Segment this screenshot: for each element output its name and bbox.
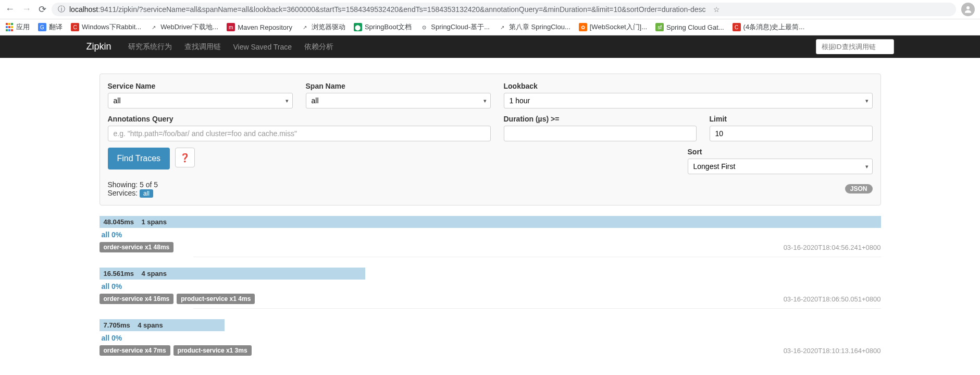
bookmark-label: SpringCloud-基于... [431,22,490,32]
svg-point-0 [966,6,970,9]
trace-divider [193,308,881,309]
trace-timestamp: 03-16-2020T18:06:50.051+0800 [784,295,881,303]
site-info-icon[interactable]: ⓘ [58,5,65,14]
bookmark-translate[interactable]: G翻译 [38,22,63,32]
bookmark-icon: ⬤ [354,23,362,31]
question-icon: ❓ [180,153,190,163]
duration-label: Duration (µs) >= [504,115,697,123]
trace-divider [193,257,881,257]
trace-row[interactable]: 48.045ms 1 spansall 0%order-service x1 4… [100,216,881,252]
reload-button[interactable]: ⟳ [39,4,46,15]
duration-input[interactable] [504,126,697,141]
limit-label: Limit [710,115,873,123]
back-button[interactable]: ← [5,4,15,15]
trace-service-pct: all 0% [100,229,881,242]
annotations-input[interactable] [108,126,491,141]
nav-dependencies[interactable]: 依赖分析 [298,42,340,52]
lookback-label: Lookback [504,82,873,90]
bookmark-browserdriver[interactable]: ↗浏览器驱动 [301,22,345,32]
bookmark-icon: ⊙ [420,23,428,31]
bookmark-icon: m [227,23,235,31]
help-button[interactable]: ❓ [175,148,195,167]
nav-find-traces[interactable]: 查找调用链 [178,42,227,52]
service-name-label: Service Name [108,82,293,90]
bookmark-springcloud[interactable]: ⊙SpringCloud-基于... [420,22,490,32]
nav-saved-trace[interactable]: View Saved Trace [227,43,299,51]
bookmark-icon: sf [655,23,664,31]
limit-input[interactable] [710,126,873,141]
bookmark-icon: ↗ [498,23,506,31]
trace-duration-bar: 16.561ms 4 spans [100,268,365,280]
sort-select[interactable] [688,159,873,174]
bookmark-springgateway[interactable]: sfSpring Cloud Gat... [655,23,724,31]
bookmark-websocket[interactable]: ✿[WebSocket入门]... [579,22,647,32]
bookmark-label: 应用 [16,22,30,32]
trace-service-tag: order-service x4 7ms [100,345,170,356]
brand-logo: Zipkin [86,41,111,52]
bookmark-label: 第八章 SpringClou... [509,22,570,32]
trace-tags: order-service x4 7msproduct-service x1 3… [100,345,252,356]
bookmark-icon: ↗ [301,23,309,31]
bookmark-maven[interactable]: mMaven Repository [227,23,292,31]
trace-service-tag: product-service x1 4ms [177,294,255,304]
bookmark-rabbit[interactable]: CWindows下Rabbit... [71,22,141,32]
search-panel: Service Name Span Name Lookback Annotati… [100,74,881,205]
trace-service-tag: order-service x1 48ms [100,242,174,252]
trace-row[interactable]: 7.705ms 4 spansall 0%order-service x4 7m… [100,319,881,356]
trace-timestamp: 03-16-2020T18:04:56.241+0800 [784,244,881,251]
trace-service-pct: all 0% [100,281,881,294]
service-name-select[interactable] [108,93,293,108]
trace-id-search-input[interactable] [816,39,894,54]
bookmark-webdriver[interactable]: ↗WebDriver下载地... [150,22,218,32]
trace-tags: order-service x4 16msproduct-service x1 … [100,294,255,304]
bookmark-icon: C [71,23,79,31]
bookmark-chapter8[interactable]: ↗第八章 SpringClou... [498,22,570,32]
profile-avatar-icon[interactable] [961,3,975,16]
showing-count: Showing: 5 of 5 [108,180,158,189]
app-navbar: Zipkin 研究系统行为 查找调用链 View Saved Trace 依赖分… [0,35,980,58]
bookmark-label: Windows下Rabbit... [82,22,141,32]
apps-icon [5,23,14,31]
bookmark-springboot[interactable]: ⬤SpringBoot文档 [354,22,412,32]
find-traces-button[interactable]: Find Traces [108,148,170,170]
trace-duration-bar: 7.705ms 4 spans [100,319,225,331]
bookmark-label: 浏览器驱动 [312,22,345,32]
main-content: Service Name Span Name Lookback Annotati… [47,58,933,371]
trace-service-tag: product-service x1 3ms [173,345,252,356]
nav-study-system[interactable]: 研究系统行为 [122,42,178,52]
services-label: Services: [108,189,138,197]
services-all-tag: all [140,189,153,198]
trace-service-pct: all 0% [100,333,881,345]
trace-row[interactable]: 16.561ms 4 spansall 0%order-service x4 1… [100,268,881,304]
address-bar[interactable]: ⓘ localhost:9411/zipkin/?serviceName=all… [52,3,956,16]
trace-tags: order-service x1 48ms [100,242,174,252]
bookmark-label: WebDriver下载地... [160,22,218,32]
lookback-select[interactable] [504,93,873,108]
browser-toolbar: ← → ⟳ ⓘ localhost:9411/zipkin/?serviceNa… [0,0,980,19]
bookmark-icon: ↗ [150,23,158,31]
trace-timestamp: 03-16-2020T18:10:13.164+0800 [784,347,881,355]
bookmark-history[interactable]: C(4条消息)史上最简... [733,22,805,32]
bookmarks-bar: 应用 G翻译 CWindows下Rabbit... ↗WebDriver下载地.… [0,19,980,35]
bookmark-label: 翻译 [49,22,63,32]
trace-duration-bar: 48.045ms 1 spans [100,216,881,228]
span-name-select[interactable] [306,93,491,108]
translate-icon: G [38,23,46,31]
bookmark-label: [WebSocket入门]... [590,22,647,32]
bookmark-label: Maven Repository [238,23,292,31]
results-summary: Showing: 5 of 5 Services: all [108,180,158,197]
sort-label: Sort [688,148,873,156]
bookmark-star-icon[interactable]: ☆ [710,5,723,14]
bookmark-icon: ✿ [579,23,587,31]
bookmark-label: (4条消息)史上最简... [743,22,805,32]
annotations-label: Annotations Query [108,115,491,123]
url-text: localhost:9411/zipkin/?serviceName=all&s… [69,5,706,14]
span-name-label: Span Name [306,82,491,90]
trace-service-tag: order-service x4 16ms [100,294,174,304]
apps-button[interactable]: 应用 [5,22,30,32]
forward-button[interactable]: → [22,4,31,15]
bookmark-label: Spring Cloud Gat... [666,23,724,31]
bookmark-icon: C [733,23,741,31]
bookmark-label: SpringBoot文档 [365,22,412,32]
json-button[interactable]: JSON [845,184,873,193]
